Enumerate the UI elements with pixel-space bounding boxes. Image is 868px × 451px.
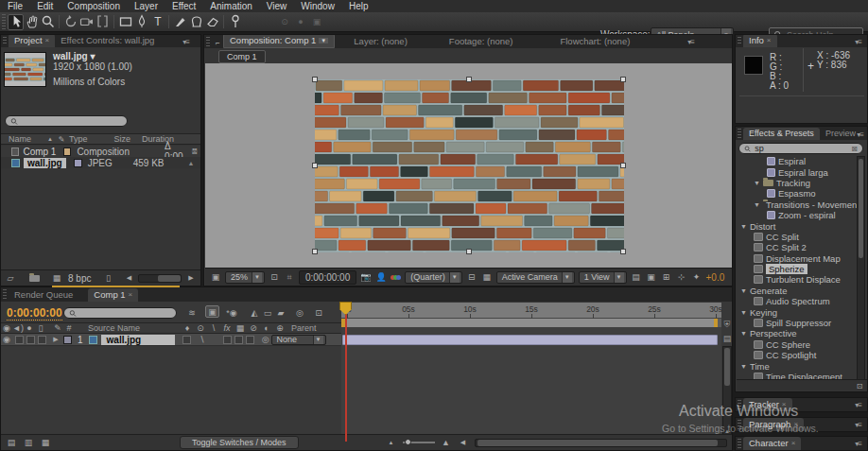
label-column-icon[interactable]: ✎ bbox=[52, 322, 63, 334]
brick-wall-image[interactable] bbox=[315, 79, 624, 252]
table-row[interactable]: Comp 1 Composition Δ 0:00 품 bbox=[1, 146, 200, 157]
effects-item-generate[interactable]: ▼Generate bbox=[737, 286, 858, 296]
close-icon[interactable]: × bbox=[791, 439, 796, 447]
brainstorm-icon[interactable]: ⊡ bbox=[313, 307, 324, 319]
timeline-vscrollbar[interactable]: ▲ bbox=[722, 346, 732, 436]
interpret-footage-icon[interactable]: ▱ bbox=[5, 272, 16, 284]
video-column-icon[interactable]: ◉ bbox=[1, 322, 12, 334]
scroll-left-icon[interactable]: ◀ bbox=[123, 272, 134, 284]
time-ruler[interactable]: 0s05s10s15s20s25s30s bbox=[341, 303, 721, 319]
panel-menu-icon[interactable]: ▾≡ bbox=[687, 38, 694, 46]
info-panel-grip[interactable] bbox=[738, 37, 741, 45]
effects-item-turbulent-displace[interactable]: Turbulent Displace bbox=[737, 274, 858, 285]
effects-item-keying[interactable]: ▼Keying bbox=[737, 306, 858, 317]
toolbar-grip[interactable] bbox=[2, 14, 6, 29]
close-icon[interactable]: × bbox=[793, 420, 798, 428]
unified-camera-tool-icon[interactable] bbox=[78, 14, 95, 30]
item-name[interactable]: wall.jpg bbox=[24, 158, 66, 168]
lock-toggle[interactable] bbox=[38, 336, 46, 344]
tab-preview[interactable]: Preview bbox=[820, 128, 861, 140]
playhead-line[interactable] bbox=[345, 302, 347, 442]
close-icon[interactable]: × bbox=[45, 36, 50, 44]
tab-footage[interactable]: Footage: (none) bbox=[443, 35, 519, 48]
collapse-caret-icon[interactable]: ▼ bbox=[740, 330, 747, 337]
effects-item-spherize[interactable]: Spherize bbox=[737, 264, 858, 274]
menu-animation[interactable]: Animation bbox=[210, 1, 252, 11]
comp-name-button[interactable]: Comp 1 bbox=[218, 50, 266, 63]
hand-tool-icon[interactable] bbox=[24, 14, 40, 30]
mask-visibility-icon[interactable]: ⌗ bbox=[284, 271, 295, 283]
audio-column-icon[interactable]: ◄) bbox=[12, 322, 24, 334]
flowchart-mini-icon[interactable]: 품 bbox=[189, 146, 200, 157]
region-of-interest-icon[interactable]: ⊟ bbox=[466, 271, 477, 283]
transparency-grid-icon[interactable]: ▦ bbox=[481, 271, 493, 283]
project-search-field[interactable] bbox=[5, 115, 128, 127]
delete-icon[interactable]: ▯ bbox=[102, 272, 113, 284]
brush-tool-icon[interactable] bbox=[172, 14, 188, 30]
grid-options-icon[interactable]: ▤ bbox=[631, 271, 642, 283]
tab-flowchart[interactable]: Flowchart: (none) bbox=[554, 35, 635, 48]
tab-effect-controls[interactable]: Effect Controls: wall.jpg bbox=[55, 35, 160, 47]
menu-view[interactable]: View bbox=[267, 1, 287, 11]
zoom-out-mountain-icon[interactable]: ▲ bbox=[386, 437, 397, 448]
selection-handle[interactable] bbox=[466, 77, 472, 82]
audio-toggle[interactable] bbox=[15, 336, 24, 344]
safe-margins-icon[interactable]: ⊡ bbox=[269, 271, 280, 283]
scroll-left-icon[interactable]: ◀ bbox=[458, 437, 469, 448]
frame-blending-icon[interactable]: ◭ bbox=[249, 307, 260, 319]
character-grip[interactable] bbox=[738, 439, 741, 448]
expand-inout-icon[interactable]: ▦ bbox=[40, 437, 51, 448]
collapse-caret-icon[interactable]: ▼ bbox=[740, 363, 747, 370]
selection-handle[interactable] bbox=[620, 249, 626, 254]
layer-blur-switch[interactable] bbox=[234, 336, 243, 344]
shy-switch-icon[interactable]: ♦ bbox=[182, 322, 193, 334]
source-name-column[interactable]: Source Name bbox=[88, 323, 140, 333]
scroll-right-icon[interactable]: ▶ bbox=[185, 272, 197, 284]
effects-item-espiral-larga[interactable]: Espiral larga bbox=[737, 166, 858, 177]
effects-item-zoom-espiral[interactable]: Zoom - espiral bbox=[737, 210, 858, 220]
effects-scrollbar[interactable] bbox=[857, 156, 865, 381]
puppet-pin-tool-icon[interactable] bbox=[227, 14, 243, 30]
paragraph-grip[interactable] bbox=[738, 420, 741, 429]
selection-handle[interactable] bbox=[312, 163, 318, 168]
type-tool-icon[interactable]: T bbox=[149, 14, 165, 30]
layer-fx-switch[interactable] bbox=[223, 336, 232, 344]
panel-menu-icon[interactable]: ▾≡ bbox=[855, 401, 861, 409]
menu-window[interactable]: Window bbox=[301, 1, 335, 11]
view-layout-dropdown[interactable]: 1 View▼ bbox=[579, 271, 627, 284]
menu-edit[interactable]: Edit bbox=[37, 1, 53, 11]
layer-visibility-icon[interactable]: ◉ bbox=[1, 334, 12, 345]
label-color-swatch[interactable] bbox=[74, 159, 82, 167]
tab-timeline-comp[interactable]: Comp 1× bbox=[88, 288, 138, 302]
work-area-end-handle[interactable] bbox=[714, 319, 718, 327]
tab-paragraph[interactable]: Paragraph× bbox=[743, 418, 804, 431]
mask-shape-tool-icon[interactable] bbox=[117, 14, 133, 30]
timeline-button-icon[interactable]: ⊹ bbox=[676, 271, 687, 283]
solo-toggle[interactable] bbox=[26, 336, 35, 344]
menu-composition[interactable]: Composition bbox=[67, 1, 120, 11]
motion-blur-icon[interactable]: ◎ bbox=[294, 307, 305, 319]
h-scrollbar[interactable] bbox=[138, 274, 182, 283]
col-type[interactable]: Type bbox=[69, 134, 88, 144]
collapse-switch-icon[interactable]: ⊙ bbox=[195, 322, 206, 334]
expander-icon[interactable]: ▶ bbox=[50, 334, 61, 345]
label-color-swatch[interactable] bbox=[63, 147, 71, 156]
layer-shy-switch[interactable] bbox=[182, 336, 191, 344]
effects-item-displacement-map[interactable]: Displacement Map bbox=[737, 253, 858, 264]
layer-row[interactable]: ◉ ▶ 1 wall.jpg ∖ ◎ None▼ bbox=[1, 334, 341, 346]
show-channel-icon[interactable] bbox=[391, 275, 401, 280]
lock-column-icon[interactable]: ▯ bbox=[35, 322, 46, 334]
number-column-icon[interactable]: # bbox=[63, 322, 75, 334]
zoom-tool-icon[interactable] bbox=[40, 14, 56, 30]
effects-panel-grip[interactable] bbox=[738, 129, 741, 138]
effects-search-input[interactable] bbox=[755, 144, 847, 153]
close-icon[interactable]: × bbox=[129, 290, 133, 299]
toggle-switches-modes-button[interactable]: Toggle Switches / Modes bbox=[180, 436, 299, 449]
selection-handle[interactable] bbox=[466, 249, 472, 254]
effects-item-tracking[interactable]: ▼Tracking bbox=[737, 178, 858, 188]
selection-tool-icon[interactable] bbox=[8, 14, 24, 30]
new-preset-icon[interactable]: ⊡ bbox=[854, 380, 865, 391]
bpc-label[interactable]: 8 bpc bbox=[68, 273, 91, 284]
tab-tracker[interactable]: Tracker× bbox=[743, 398, 792, 411]
flowchart-button-icon[interactable]: ✦ bbox=[691, 271, 703, 283]
